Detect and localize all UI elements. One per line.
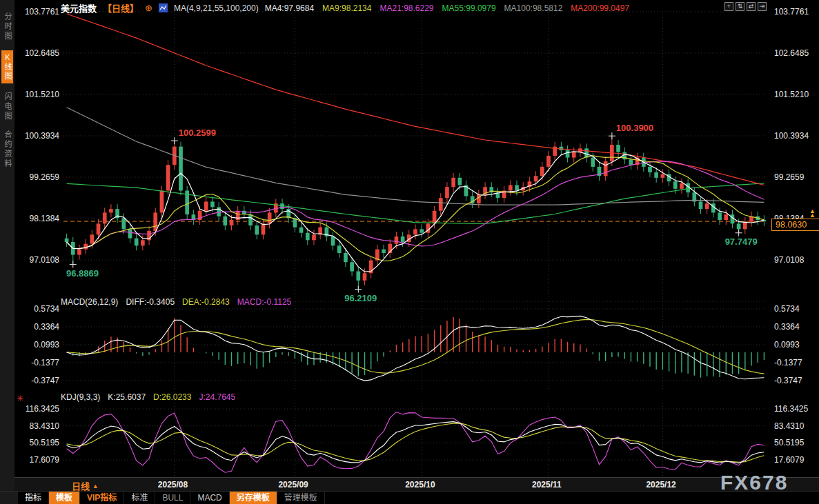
x-axis-strip: 日线 ▲ 2025/082025/092025/102025/112025/12	[0, 477, 819, 491]
toolbar-tab-bull[interactable]: BULL	[155, 492, 190, 504]
toolbar-tab-save-template[interactable]: 另存模板	[230, 492, 277, 504]
triangle-up-icon: ▲	[92, 483, 99, 490]
svg-text:0.5734: 0.5734	[34, 304, 59, 314]
chart-tool-icons: + ⇅ ⇄ ⇥	[724, 2, 767, 11]
svg-text:96.2109: 96.2109	[344, 293, 377, 303]
svg-text:17.6079: 17.6079	[774, 455, 805, 465]
ma-value: MA9:98.2134	[322, 3, 371, 13]
svg-text:103.7761: 103.7761	[774, 7, 809, 17]
sidebar-item-time-share-chart[interactable]: 分时图	[2, 12, 12, 41]
svg-text:102.6485: 102.6485	[25, 48, 59, 58]
chart-header: 美元指数 【日线】 ⊕ MA(4,9,21,55,100,200) MA4:97…	[61, 1, 629, 14]
svg-text:-0.1377: -0.1377	[31, 358, 59, 367]
price-chart-canvas[interactable]: 103.7761103.7761102.6485102.6485101.5210…	[0, 0, 819, 504]
svg-text:103.7761: 103.7761	[25, 7, 59, 17]
svg-text:0.5734: 0.5734	[774, 304, 800, 314]
svg-text:102.6485: 102.6485	[774, 48, 809, 58]
svg-text:97.7479: 97.7479	[725, 236, 758, 247]
ma-value: MA200:99.0497	[571, 3, 629, 13]
svg-text:0.0993: 0.0993	[774, 340, 800, 350]
svg-text:97.0108: 97.0108	[774, 255, 805, 265]
x-axis-month-label: 2025/08	[158, 480, 188, 490]
add-indicator-icon[interactable]: ⊕	[145, 3, 152, 13]
svg-text:0.0993: 0.0993	[34, 340, 59, 350]
svg-text:0.3364: 0.3364	[34, 322, 59, 332]
svg-text:101.5210: 101.5210	[25, 90, 59, 99]
svg-text:100.2599: 100.2599	[179, 128, 216, 138]
svg-text:83.4310: 83.4310	[30, 421, 60, 431]
symbol-title: 美元指数	[61, 1, 97, 14]
macd-layer	[67, 316, 764, 381]
left-sidebar: 分时图K线图闪电图合约资料	[0, 0, 14, 491]
y-axis-scale-icon[interactable]: ⇅	[736, 2, 744, 11]
price-up-arrow-icon: ▲▲	[809, 209, 816, 217]
svg-text:100.3934: 100.3934	[774, 131, 809, 141]
ma-value: MA100:98.5812	[504, 3, 563, 13]
svg-text:50.5195: 50.5195	[774, 438, 805, 447]
svg-text:99.2659: 99.2659	[30, 172, 60, 182]
macd-title: MACD(26,12,9)	[61, 297, 118, 307]
toolbar-tab-vip-indicators[interactable]: VIP指标	[80, 492, 124, 504]
toolbar-tab-template[interactable]: 模板	[49, 492, 80, 504]
toolbar-tab-indicators[interactable]: 指标	[18, 492, 49, 504]
svg-text:50.5195: 50.5195	[30, 438, 60, 447]
fx678-watermark: FX678	[720, 471, 788, 494]
candles-layer	[65, 136, 767, 289]
svg-text:116.3425: 116.3425	[774, 404, 808, 414]
svg-text:-0.3747: -0.3747	[774, 376, 802, 385]
svg-text:96.8869: 96.8869	[66, 268, 99, 279]
kdj-j-value: J:24.7645	[199, 392, 235, 402]
x-axis-scale-icon[interactable]: ⇄	[747, 2, 756, 11]
macd-dea-value: DEA:-0.2843	[182, 297, 230, 307]
move-icon[interactable]: +	[724, 2, 733, 11]
chart-type-icon[interactable]	[159, 3, 168, 12]
period-tag: 【日线】	[103, 1, 139, 14]
svg-text:0.3364: 0.3364	[774, 322, 800, 332]
svg-text:100.3900: 100.3900	[616, 123, 653, 133]
kdj-d-value: D:26.0233	[153, 392, 191, 402]
kdj-title: KDJ(9,3,3)	[61, 392, 100, 402]
svg-text:-0.3747: -0.3747	[31, 376, 59, 385]
kdj-k-value: K:25.6037	[108, 392, 146, 402]
macd-value: MACD:-0.1125	[237, 297, 291, 307]
x-axis-month-label: 2025/12	[646, 480, 675, 490]
macd-indicator-header: MACD(26,12,9) DIFF:-0.3405 DEA:-0.2843 M…	[61, 297, 291, 307]
svg-text:97.0108: 97.0108	[30, 255, 60, 265]
toolbar-tab-macd[interactable]: MACD	[190, 492, 229, 504]
ma-value: MA21:98.6229	[379, 3, 433, 13]
kdj-layer	[67, 412, 764, 473]
svg-text:99.2659: 99.2659	[774, 172, 805, 182]
x-axis-month-label: 2025/10	[405, 480, 435, 490]
svg-text:17.6079: 17.6079	[30, 455, 60, 465]
svg-text:116.3425: 116.3425	[26, 404, 59, 414]
macd-diff-value: DIFF:-0.3405	[126, 297, 175, 307]
toolbar-tab-standard[interactable]: 标准	[124, 492, 155, 504]
bottom-toolbar: 指标模板VIP指标标准BULLMACD另存模板管理模板	[0, 491, 819, 504]
x-axis-month-label: 2025/09	[278, 480, 308, 490]
collapse-panel-icon[interactable]: ⇥	[758, 2, 767, 11]
sidebar-item-lightning-chart[interactable]: 闪电图	[2, 92, 12, 121]
current-price-badge: 98.0630	[771, 219, 819, 231]
svg-text:83.4310: 83.4310	[774, 421, 805, 431]
svg-text:100.3934: 100.3934	[25, 131, 59, 141]
toolbar-tabs: 指标模板VIP指标标准BULLMACD另存模板管理模板	[18, 492, 325, 504]
sidebar-item-contract-info[interactable]: 合约资料	[2, 130, 12, 169]
gridlines	[63, 12, 767, 476]
ma-value: MA55:99.0979	[442, 3, 496, 13]
x-axis-month-label: 2025/11	[532, 480, 562, 490]
ma-group-label: MA(4,9,21,55,100,200)	[174, 3, 259, 13]
kdj-indicator-header: KDJ(9,3,3) K:25.6037 D:26.0233 J:24.7645	[61, 392, 235, 402]
svg-text:-0.1377: -0.1377	[774, 358, 802, 367]
indicator-settings-icon[interactable]: ✳	[17, 394, 23, 403]
toolbar-spacer	[0, 492, 18, 504]
ma-values: MA4:97.9684MA9:98.2134MA21:98.6229MA55:9…	[265, 3, 629, 13]
ma-value: MA4:97.9684	[265, 3, 314, 13]
svg-text:98.1384: 98.1384	[30, 214, 60, 223]
sidebar-item-candlestick-chart[interactable]: K线图	[1, 50, 13, 83]
svg-text:101.5210: 101.5210	[774, 90, 809, 99]
toolbar-tab-manage-template[interactable]: 管理模板	[277, 492, 325, 504]
